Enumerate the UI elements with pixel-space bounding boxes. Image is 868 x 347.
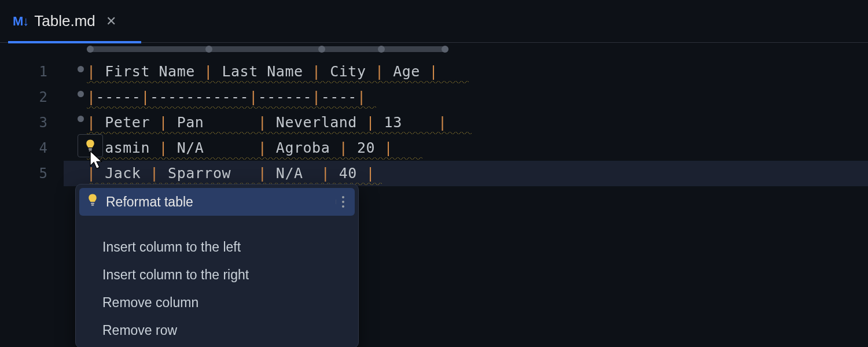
more-options-icon[interactable] [342,196,347,208]
editor-area: 1 2 3 4 5 | First Name | Last Name | Cit… [0,43,868,347]
svg-rect-2 [91,203,94,204]
line-number: 4 [0,135,64,161]
svg-rect-0 [89,149,92,150]
intention-label: Insert column to the right [102,267,249,283]
tab-filename: Table.md [34,12,95,30]
intention-item-reformat-table[interactable]: Reformat table [79,188,355,216]
code-line[interactable]: |-----|-----------|------|----| [64,84,868,110]
lightbulb-icon [87,193,98,211]
column-handle[interactable] [378,46,385,53]
column-handle[interactable] [205,46,212,53]
code-line[interactable]: | Jack | Sparrow | N/A | 40 | [64,161,868,186]
intention-label: Remove row [102,323,177,338]
intention-label: Reformat table [106,194,193,210]
intention-item-remove-column[interactable]: Remove column [102,289,355,316]
code-line[interactable]: |Jasmin | N/A | Agroba | 20 | [64,135,868,161]
warning-underline [87,81,469,83]
svg-rect-1 [89,150,92,152]
line-number: 2 [0,84,64,110]
lightbulb-icon [85,139,95,153]
separator [336,200,336,204]
markdown-icon: M↓ [13,14,28,29]
tab-table-md[interactable]: M↓ Table.md ✕ [8,0,129,43]
code-area[interactable]: | First Name | Last Name | City | Age | … [64,43,868,347]
intention-item-insert-column-right[interactable]: Insert column to the right [102,261,355,289]
intention-item-insert-column-left[interactable]: Insert column to the left [102,233,355,261]
warning-underline [87,157,422,160]
line-number: 5 [0,161,64,186]
line-number: 3 [0,110,64,135]
warning-underline [87,132,472,134]
line-number: 1 [0,59,64,84]
svg-rect-3 [91,205,94,206]
column-handle[interactable] [318,46,325,53]
intention-item-remove-row[interactable]: Remove row [102,316,355,344]
intention-actions-popup: Reformat table Insert column to the left… [75,184,359,347]
intention-bulb[interactable] [78,134,103,157]
close-icon[interactable]: ✕ [106,14,116,29]
code-line[interactable]: | Peter | Pan | Neverland | 13 | [64,110,868,135]
column-handle[interactable] [87,46,94,53]
column-ruler[interactable] [87,46,448,52]
intention-label: Remove column [102,295,198,311]
warning-underline [87,106,376,109]
intention-label: Insert column to the left [102,239,241,255]
line-number-gutter: 1 2 3 4 5 [0,43,64,347]
code-line[interactable]: | First Name | Last Name | City | Age | [64,59,868,84]
tab-bar: M↓ Table.md ✕ [0,0,868,43]
column-handle[interactable] [442,46,448,53]
